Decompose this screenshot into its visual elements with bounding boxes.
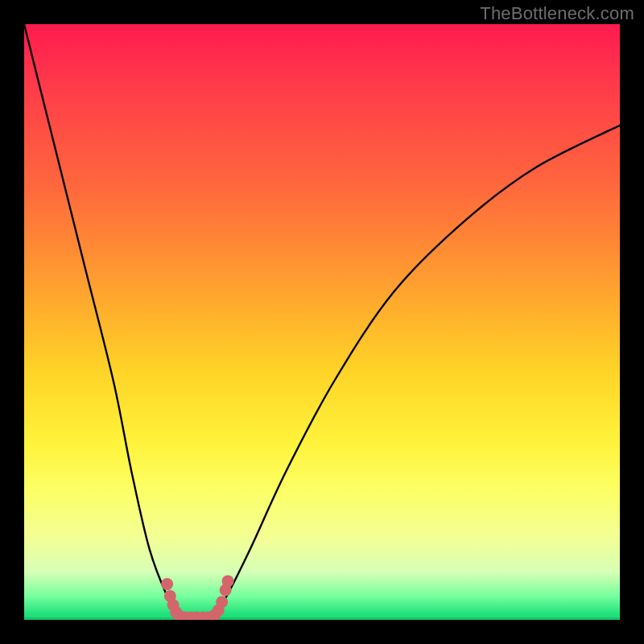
min-region-dots-group [161,575,233,620]
chart-svg [24,24,620,620]
plot-area [24,24,620,620]
marker-dot [161,578,173,590]
bottleneck-chart: TheBottleneck.com [0,0,644,644]
watermark-text: TheBottleneck.com [480,3,634,24]
bottleneck-curve-path [24,24,620,620]
marker-dot [216,596,228,608]
marker-dot [222,575,234,587]
